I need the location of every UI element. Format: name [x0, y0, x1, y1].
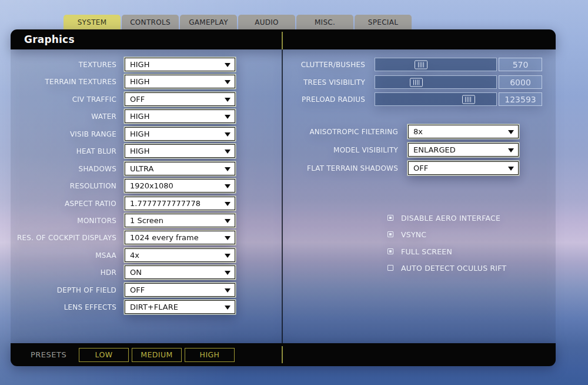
setting-label: LENS EFFECTS	[11, 303, 116, 311]
tab-misc[interactable]: MISC.	[296, 15, 353, 29]
setting-row: MODEL VISIBILITY ENLARGED	[283, 143, 519, 157]
trees-visibility-value: 6000	[499, 75, 542, 89]
preset-low-button[interactable]: LOW	[79, 348, 129, 362]
checkbox-icon	[387, 231, 393, 237]
hdr-dropdown[interactable]: ON	[125, 265, 235, 279]
chevron-down-icon	[225, 202, 230, 206]
setting-label: TREES VISIBILITY	[283, 78, 365, 87]
setting-row: RES. OF COCKPIT DISPLAYS 1024 every fram…	[11, 231, 235, 244]
civ-traffic-dropdown[interactable]: OFF	[125, 92, 235, 106]
preload-radius-slider[interactable]	[375, 92, 497, 106]
checkbox-icon	[387, 215, 393, 221]
lens-effects-dropdown[interactable]: DIRT+FLARE	[125, 300, 235, 314]
chevron-down-icon	[225, 184, 230, 188]
model-visibility-dropdown[interactable]: ENLARGED	[408, 143, 519, 157]
textures-dropdown[interactable]: HIGH	[125, 58, 235, 71]
chevron-down-icon	[508, 167, 514, 171]
chevron-down-icon	[508, 148, 514, 152]
setting-row: DEPTH OF FIELD OFF	[11, 283, 235, 297]
setting-row: MONITORS 1 Screen	[11, 214, 235, 227]
chevron-down-icon	[225, 271, 230, 275]
setting-row: RESOLUTION 1920x1080	[11, 179, 235, 192]
setting-label: HEAT BLUR	[11, 147, 116, 155]
setting-row: ANISOTROPIC FILTERING 8x	[283, 125, 519, 138]
trees-visibility-slider[interactable]	[375, 75, 497, 89]
tab-gameplay[interactable]: GAMEPLAY	[180, 15, 237, 29]
vsync-checkbox[interactable]: VSYNC	[387, 228, 426, 240]
chevron-down-icon	[225, 167, 230, 171]
checkbox-label: AUTO DETECT OCULUS RIFT	[401, 264, 506, 273]
options-tab-bar: SYSTEM CONTROLS GAMEPLAY AUDIO MISC. SPE…	[64, 15, 412, 29]
panel-divider	[282, 49, 283, 343]
tab-audio[interactable]: AUDIO	[238, 15, 295, 29]
setting-row: TEXTURES HIGH	[11, 58, 235, 71]
preload-radius-value: 123593	[499, 92, 542, 106]
heat-blur-dropdown[interactable]: HIGH	[125, 144, 235, 158]
chevron-down-icon	[508, 130, 514, 134]
terrain-textures-dropdown[interactable]: HIGH	[125, 75, 235, 88]
panel-divider	[282, 346, 283, 363]
presets-bar: PRESETS LOW MEDIUM HIGH	[11, 343, 556, 366]
slider-row: TREES VISIBILITY 6000	[283, 75, 542, 89]
setting-label: CIV TRAFFIC	[11, 95, 116, 104]
auto-detect-oculus-rift-checkbox[interactable]: AUTO DETECT OCULUS RIFT	[387, 262, 506, 274]
resolution-dropdown[interactable]: 1920x1080	[125, 179, 235, 192]
setting-label: MSAA	[11, 251, 116, 260]
setting-row: SHADOWS ULTRA	[11, 162, 235, 175]
grip-icon	[413, 79, 420, 85]
clutter-bushes-value: 570	[499, 58, 542, 71]
monitors-dropdown[interactable]: 1 Screen	[125, 214, 235, 227]
msaa-dropdown[interactable]: 4x	[125, 248, 235, 262]
slider-value: 6000	[510, 78, 531, 87]
setting-label: TEXTURES	[11, 61, 116, 69]
chevron-down-icon	[225, 150, 230, 154]
setting-label: MODEL VISIBILITY	[283, 146, 398, 154]
slider-thumb[interactable]	[415, 60, 427, 69]
slider-thumb[interactable]	[462, 95, 475, 104]
flat-terrain-shadows-dropdown[interactable]: OFF	[408, 161, 519, 175]
disable-aero-interface-checkbox[interactable]: DISABLE AERO INTERFACE	[387, 212, 500, 224]
panel-divider	[282, 32, 283, 49]
tab-controls[interactable]: CONTROLS	[122, 15, 179, 29]
chevron-down-icon	[225, 98, 230, 102]
clutter-bushes-slider[interactable]	[375, 58, 497, 71]
setting-label: RESOLUTION	[11, 182, 116, 190]
checkbox-label: DISABLE AERO INTERFACE	[401, 214, 500, 223]
chevron-down-icon	[225, 219, 230, 223]
panel-header: Graphics	[11, 29, 556, 49]
aspect-ratio-dropdown[interactable]: 1.7777777777778	[125, 197, 235, 210]
panel-body: TEXTURES HIGH TERRAIN TEXTURES HIGH CIV …	[11, 49, 556, 343]
setting-label: SHADOWS	[11, 165, 116, 173]
cockpit-displays-resolution-dropdown[interactable]: 1024 every frame	[125, 231, 235, 244]
setting-label: DEPTH OF FIELD	[11, 286, 116, 294]
checkbox-icon	[387, 265, 393, 271]
chevron-down-icon	[225, 132, 230, 137]
slider-thumb[interactable]	[410, 78, 423, 87]
setting-label: ASPECT RATIO	[11, 200, 116, 208]
tab-system[interactable]: SYSTEM	[64, 15, 121, 29]
preset-high-button[interactable]: HIGH	[185, 348, 235, 362]
setting-row: CIV TRAFFIC OFF	[11, 92, 235, 106]
slider-row: PRELOAD RADIUS 123593	[283, 92, 542, 106]
grip-icon	[465, 97, 472, 102]
water-dropdown[interactable]: HIGH	[125, 109, 235, 123]
preset-medium-button[interactable]: MEDIUM	[132, 348, 182, 362]
shadows-dropdown[interactable]: ULTRA	[125, 162, 235, 175]
setting-row: FLAT TERRAIN SHADOWS OFF	[283, 161, 519, 175]
full-screen-checkbox[interactable]: FULL SCREEN	[387, 245, 452, 257]
setting-row: MSAA 4x	[11, 248, 235, 262]
setting-row: WATER HIGH	[11, 109, 235, 123]
anisotropic-filtering-dropdown[interactable]: 8x	[408, 125, 519, 138]
setting-label: TERRAIN TEXTURES	[11, 78, 116, 86]
tab-special[interactable]: SPECIAL	[355, 15, 412, 29]
grip-icon	[418, 62, 425, 67]
visib-range-dropdown[interactable]: HIGH	[125, 127, 235, 141]
setting-label: VISIB RANGE	[11, 130, 116, 138]
page-title: Graphics	[24, 34, 75, 45]
setting-row: HDR ON	[11, 265, 235, 279]
setting-label: PRELOAD RADIUS	[283, 95, 365, 104]
setting-row: HEAT BLUR HIGH	[11, 144, 235, 158]
setting-row: VISIB RANGE HIGH	[11, 127, 235, 141]
depth-of-field-dropdown[interactable]: OFF	[125, 283, 235, 297]
setting-label: RES. OF COCKPIT DISPLAYS	[11, 234, 116, 242]
